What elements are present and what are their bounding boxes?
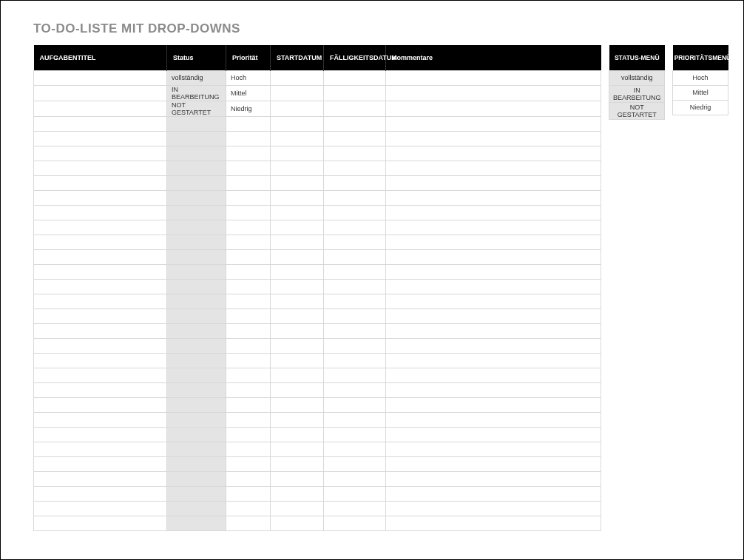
cell-aufgabentitel[interactable] [34, 456, 167, 471]
cell-startdatum[interactable] [271, 412, 324, 427]
cell-aufgabentitel[interactable] [34, 308, 167, 323]
cell-status[interactable] [167, 131, 226, 146]
cell-faelligkeitsdatum[interactable] [324, 131, 386, 146]
cell-prioritaet[interactable] [226, 397, 271, 412]
cell-startdatum[interactable] [271, 175, 324, 190]
cell-aufgabentitel[interactable] [34, 412, 167, 427]
cell-prioritaet[interactable] [226, 471, 271, 486]
cell-faelligkeitsdatum[interactable] [324, 294, 386, 308]
cell-faelligkeitsdatum[interactable] [324, 442, 386, 456]
cell-aufgabentitel[interactable] [34, 161, 167, 175]
cell-status[interactable] [167, 175, 226, 190]
cell-kommentare[interactable] [386, 501, 601, 516]
cell-prioritaet[interactable] [226, 190, 271, 205]
cell-startdatum[interactable] [271, 501, 324, 516]
cell-kommentare[interactable] [386, 442, 601, 456]
cell-kommentare[interactable] [386, 368, 601, 382]
cell-status[interactable] [167, 516, 226, 530]
cell-prioritaet[interactable] [226, 516, 271, 530]
cell-kommentare[interactable] [386, 235, 601, 249]
cell-startdatum[interactable] [271, 235, 324, 249]
cell-faelligkeitsdatum[interactable] [324, 279, 386, 294]
cell-aufgabentitel[interactable] [34, 116, 167, 131]
cell-faelligkeitsdatum[interactable] [324, 101, 386, 116]
cell-faelligkeitsdatum[interactable] [324, 161, 386, 175]
cell-status[interactable] [167, 442, 226, 456]
cell-status[interactable] [167, 353, 226, 368]
cell-faelligkeitsdatum[interactable] [324, 353, 386, 368]
cell-prioritaet[interactable] [226, 264, 271, 279]
cell-kommentare[interactable] [386, 175, 601, 190]
cell-kommentare[interactable] [386, 456, 601, 471]
status-menu-item[interactable]: vollständig [609, 70, 665, 85]
cell-status[interactable] [167, 205, 226, 220]
cell-status[interactable] [167, 471, 226, 486]
cell-kommentare[interactable] [386, 308, 601, 323]
cell-prioritaet[interactable] [226, 353, 271, 368]
cell-aufgabentitel[interactable] [34, 368, 167, 382]
cell-startdatum[interactable] [271, 397, 324, 412]
cell-startdatum[interactable] [271, 161, 324, 175]
cell-aufgabentitel[interactable] [34, 486, 167, 501]
cell-prioritaet[interactable] [226, 161, 271, 175]
cell-faelligkeitsdatum[interactable] [324, 456, 386, 471]
cell-faelligkeitsdatum[interactable] [324, 116, 386, 131]
cell-faelligkeitsdatum[interactable] [324, 220, 386, 235]
cell-startdatum[interactable] [271, 382, 324, 397]
cell-aufgabentitel[interactable] [34, 294, 167, 308]
cell-status[interactable]: NOT GESTARTET [167, 101, 226, 116]
cell-status[interactable] [167, 412, 226, 427]
cell-status[interactable] [167, 382, 226, 397]
cell-startdatum[interactable] [271, 427, 324, 442]
cell-faelligkeitsdatum[interactable] [324, 427, 386, 442]
cell-prioritaet[interactable] [226, 456, 271, 471]
cell-aufgabentitel[interactable] [34, 323, 167, 338]
cell-status[interactable] [167, 338, 226, 353]
cell-kommentare[interactable] [386, 323, 601, 338]
cell-prioritaet[interactable] [226, 205, 271, 220]
cell-startdatum[interactable] [271, 264, 324, 279]
cell-aufgabentitel[interactable] [34, 427, 167, 442]
cell-status[interactable] [167, 249, 226, 264]
cell-faelligkeitsdatum[interactable] [324, 501, 386, 516]
cell-kommentare[interactable] [386, 116, 601, 131]
cell-faelligkeitsdatum[interactable] [324, 397, 386, 412]
priority-menu-item[interactable]: Hoch [673, 70, 728, 85]
cell-kommentare[interactable] [386, 412, 601, 427]
cell-status[interactable] [167, 161, 226, 175]
priority-menu-item[interactable]: Mittel [673, 85, 728, 100]
cell-startdatum[interactable] [271, 486, 324, 501]
cell-prioritaet[interactable] [226, 412, 271, 427]
cell-faelligkeitsdatum[interactable] [324, 308, 386, 323]
cell-startdatum[interactable] [271, 205, 324, 220]
cell-status[interactable] [167, 190, 226, 205]
cell-faelligkeitsdatum[interactable] [324, 70, 386, 85]
cell-startdatum[interactable] [271, 456, 324, 471]
cell-startdatum[interactable] [271, 85, 324, 101]
cell-prioritaet[interactable] [226, 308, 271, 323]
cell-faelligkeitsdatum[interactable] [324, 146, 386, 161]
cell-aufgabentitel[interactable] [34, 220, 167, 235]
cell-aufgabentitel[interactable] [34, 338, 167, 353]
cell-aufgabentitel[interactable] [34, 516, 167, 530]
cell-startdatum[interactable] [271, 353, 324, 368]
cell-startdatum[interactable] [271, 516, 324, 530]
cell-aufgabentitel[interactable] [34, 85, 167, 101]
cell-kommentare[interactable] [386, 427, 601, 442]
cell-status[interactable] [167, 294, 226, 308]
cell-startdatum[interactable] [271, 70, 324, 85]
cell-aufgabentitel[interactable] [34, 131, 167, 146]
cell-aufgabentitel[interactable] [34, 382, 167, 397]
cell-kommentare[interactable] [386, 85, 601, 101]
cell-kommentare[interactable] [386, 264, 601, 279]
cell-kommentare[interactable] [386, 516, 601, 530]
cell-faelligkeitsdatum[interactable] [324, 190, 386, 205]
cell-startdatum[interactable] [271, 323, 324, 338]
cell-aufgabentitel[interactable] [34, 235, 167, 249]
cell-kommentare[interactable] [386, 101, 601, 116]
cell-startdatum[interactable] [271, 146, 324, 161]
cell-faelligkeitsdatum[interactable] [324, 264, 386, 279]
cell-aufgabentitel[interactable] [34, 190, 167, 205]
cell-kommentare[interactable] [386, 397, 601, 412]
cell-prioritaet[interactable] [226, 294, 271, 308]
